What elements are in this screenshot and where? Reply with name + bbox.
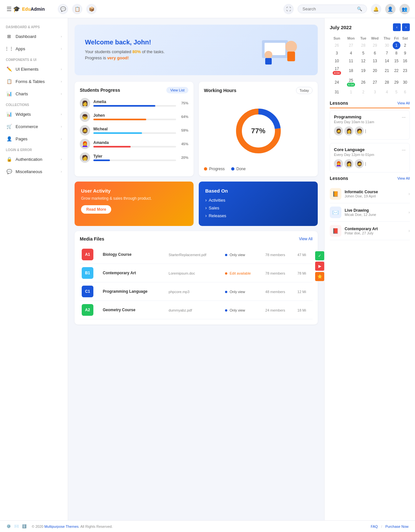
clipboard-icon-btn[interactable]: 📋 xyxy=(72,4,82,14)
media-badge: B1 xyxy=(82,267,93,279)
cal-day-mon: Mon xyxy=(344,35,358,41)
cal-day[interactable]: 26 xyxy=(330,41,344,49)
cal-prev-btn[interactable]: ‹ xyxy=(393,23,401,31)
sidebar-item-dashboard[interactable]: ⊞Dashboard › xyxy=(0,30,68,42)
read-more-btn[interactable]: Read More xyxy=(81,205,111,214)
footer-settings-icon[interactable]: ⚙️ xyxy=(6,524,11,528)
cal-day[interactable]: 24 xyxy=(330,77,344,88)
live-drawing-icon: ✉️ xyxy=(330,207,341,218)
cal-day[interactable]: 10 xyxy=(330,57,344,65)
course-name: Programming Language xyxy=(103,289,165,294)
cal-day[interactable]: 1 xyxy=(393,41,400,49)
lesson-core-avatar-1: 👩‍🦰 xyxy=(334,159,343,168)
cal-day[interactable]: 12 xyxy=(358,57,368,65)
media-size-cell: 78 Mi xyxy=(295,264,313,282)
based-on-item-1: Sales xyxy=(205,204,311,212)
sidebar-item-charts[interactable]: 📊Charts › xyxy=(0,88,68,100)
box-icon-btn[interactable]: 📦 xyxy=(86,4,97,14)
sidebar-item-miscellaneous[interactable]: 💬Miscellaneous › xyxy=(0,165,68,178)
search-input[interactable] xyxy=(302,6,354,11)
cal-day[interactable]: 28 xyxy=(381,77,393,88)
cal-day[interactable]: 27 xyxy=(369,77,381,88)
sidebar-item-ecommerce[interactable]: 🛒Ecommerce › xyxy=(0,120,68,133)
cal-day[interactable]: 13 xyxy=(369,57,381,65)
cal-day[interactable]: 16 xyxy=(400,57,410,65)
lesson-core-avatar-2: 👩 xyxy=(344,159,353,168)
cal-day[interactable]: 7 xyxy=(381,49,393,57)
cal-day[interactable]: 22 xyxy=(393,65,400,77)
cal-day[interactable]: 256:04 xyxy=(344,77,358,88)
side-btn-orange[interactable]: ⭐ xyxy=(315,272,324,281)
lesson-menu-btn[interactable]: ··· xyxy=(402,114,406,120)
lesson-item-contemporary-art[interactable]: 📕 Contemporary Art Potar doe, 27 July › xyxy=(330,222,410,240)
sidebar-item-apps[interactable]: ⋮⋮Apps › xyxy=(0,42,68,55)
cal-day[interactable]: 5 xyxy=(358,49,368,57)
avatar2-btn[interactable]: 👥 xyxy=(399,4,410,14)
cal-day[interactable]: 2 xyxy=(358,88,368,96)
cal-day[interactable]: 11 xyxy=(344,57,358,65)
avatar-btn[interactable]: 👤 xyxy=(385,4,396,14)
cal-day[interactable]: 1 xyxy=(344,88,358,96)
cal-day-sat: Sat xyxy=(400,35,410,41)
cal-day[interactable]: 29 xyxy=(369,41,381,49)
media-badge-cell: B1 xyxy=(80,264,101,282)
footer-faq-link[interactable]: FAQ xyxy=(371,525,378,528)
media-view-all-link[interactable]: View All xyxy=(299,237,313,241)
cal-day[interactable]: 19 xyxy=(358,65,368,77)
lesson-item-live-drawing[interactable]: ✉️ Live Drawing Micak Doe, 12 June › xyxy=(330,203,410,222)
cal-day[interactable]: 29 xyxy=(393,77,400,88)
cal-day[interactable]: 5 xyxy=(393,88,400,96)
cal-day[interactable]: 28 xyxy=(358,41,368,49)
cal-day[interactable]: 30 xyxy=(400,77,410,88)
cal-day[interactable]: 27 xyxy=(344,41,358,49)
media-badge-cell: A2 xyxy=(80,301,101,319)
side-btn-red[interactable]: ▶ xyxy=(315,262,324,271)
lesson-item-informatic[interactable]: 📙 Informatic Course Johen Doe, 19 April … xyxy=(330,185,410,203)
footer-brand-link[interactable]: Multipurpose Themes xyxy=(44,525,79,528)
cal-day[interactable]: 4 xyxy=(381,88,393,96)
chevron-icon: › xyxy=(61,137,62,141)
sidebar-item-widgets[interactable]: 📊Widgets › xyxy=(0,108,68,120)
cal-day[interactable]: 14 xyxy=(381,57,393,65)
cal-day[interactable]: 18 xyxy=(344,65,358,77)
fullscreen-btn[interactable]: ⛶ xyxy=(283,4,294,14)
today-btn[interactable]: Today xyxy=(296,87,313,94)
footer-purchase-link[interactable]: Purchase Now xyxy=(385,525,409,528)
hamburger-icon[interactable]: ☰ xyxy=(5,4,13,14)
cal-day[interactable]: 31 xyxy=(330,88,344,96)
cal-day[interactable]: 23 xyxy=(400,65,410,77)
sidebar-item-pages[interactable]: 👤Pages › xyxy=(0,133,68,145)
live-drawing-sub: Micak Doe, 12 June xyxy=(345,213,405,217)
lessons-view-all-1[interactable]: View All xyxy=(397,101,410,105)
sidebar-section-dashboard: DASHBOARD & APPS xyxy=(0,22,68,30)
sidebar-item-ui-elements[interactable]: ✏️UI Elements › xyxy=(0,63,68,75)
cal-day[interactable]: 30 xyxy=(381,41,393,49)
side-btn-green[interactable]: ✓ xyxy=(315,251,324,260)
sidebar-item-authentication[interactable]: 🔒Authentication › xyxy=(0,153,68,165)
cal-day[interactable]: 8 xyxy=(393,49,400,57)
lesson-core-menu-btn[interactable]: ··· xyxy=(402,147,406,152)
cal-day[interactable]: 21 xyxy=(381,65,393,77)
cal-day[interactable]: 20 xyxy=(369,65,381,77)
sidebar-item-forms-tables[interactable]: 📋Forms & Tables › xyxy=(0,75,68,88)
file-name: Loremipsum.doc xyxy=(169,271,195,275)
cal-day[interactable]: 26 xyxy=(358,77,368,88)
bell-btn[interactable]: 🔔 xyxy=(371,4,381,14)
view-list-btn[interactable]: View List xyxy=(166,87,188,93)
cal-day[interactable]: 4 xyxy=(344,49,358,57)
cal-day[interactable]: 3 xyxy=(369,88,381,96)
cal-next-btn[interactable]: › xyxy=(402,23,410,31)
cal-day[interactable]: 15 xyxy=(393,57,400,65)
media-files-card: Media Files View All A1 Biology Course S… xyxy=(75,231,318,325)
cal-day[interactable]: 2 xyxy=(400,41,410,49)
lessons-view-all-2[interactable]: View All xyxy=(397,176,410,180)
cal-day[interactable]: 174:04 xyxy=(330,65,344,77)
chat-icon-btn[interactable]: 💬 xyxy=(58,4,68,14)
footer-mail-icon[interactable]: ✉️ xyxy=(14,524,19,528)
cal-day[interactable]: 6 xyxy=(400,88,410,96)
cal-day[interactable]: 9 xyxy=(400,49,410,57)
footer-info-icon[interactable]: ℹ️ xyxy=(22,524,27,528)
student-row: 👩‍🦰 Amanda 45% xyxy=(80,139,188,149)
cal-day[interactable]: 3 xyxy=(330,49,344,57)
cal-day[interactable]: 6 xyxy=(369,49,381,57)
